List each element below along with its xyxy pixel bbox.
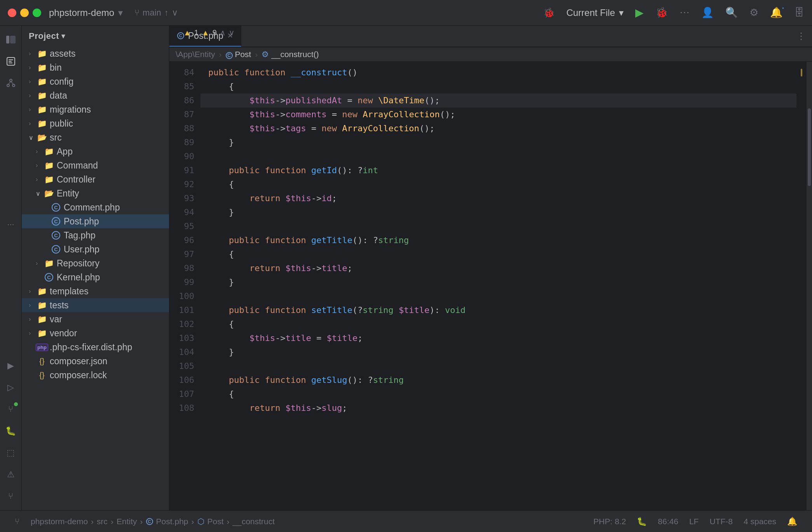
debug-icon2[interactable]: 🐞	[655, 7, 668, 19]
plugins-icon[interactable]: ▶	[3, 358, 19, 374]
sidebar-item-tests[interactable]: › 📁 tests	[22, 298, 169, 312]
structure-icon[interactable]	[3, 75, 19, 91]
debug-toolbar-icon[interactable]: 🐛	[3, 423, 19, 439]
status-indent-value: 4 spaces	[744, 517, 776, 526]
scrollbar-thumb[interactable]	[808, 108, 811, 186]
sidebar-item-php-cs-fixer[interactable]: php .php-cs-fixer.dist.php	[22, 340, 169, 354]
git-icon[interactable]: ⑂	[3, 489, 19, 504]
nav-up-icon[interactable]: ∧	[220, 28, 226, 37]
warning-count: 9	[213, 28, 217, 37]
status-class-icon: ⬡	[197, 517, 204, 526]
sidebar-item-tag-php[interactable]: C Tag.php	[22, 228, 169, 242]
search-icon[interactable]: 🔍	[725, 7, 738, 19]
sidebar-item-user-php[interactable]: C User.php	[22, 242, 169, 256]
status-class: Post	[207, 517, 224, 526]
code-line-105	[200, 359, 796, 373]
sidebar-item-entity[interactable]: ∨ 📂 Entity	[22, 186, 169, 200]
activity-bar: ··· ▶ ▷ ⑂ 🐛 ⬚ ⚠ ⑂	[0, 26, 22, 510]
scrollbar-track[interactable]	[807, 62, 812, 510]
sidebar-item-label: data	[50, 90, 169, 101]
breadcrumb-class-icon: C	[226, 52, 233, 59]
breadcrumb-method: ⚙ __construct()	[261, 50, 319, 59]
sidebar-item-comment-php[interactable]: C Comment.php	[22, 200, 169, 214]
tab-post-php[interactable]: C Post.php ✕ ▲ 1 ▲ 9 ∧ ∨	[169, 26, 241, 47]
status-indent[interactable]: 4 spaces	[738, 517, 782, 526]
minimize-button[interactable]	[20, 9, 29, 17]
status-sep5: ›	[227, 517, 230, 526]
sidebar-item-composer-json[interactable]: {} composer.json	[22, 354, 169, 368]
title-bar: phpstorm-demo ▾ ⑂ main ↑ ∨ 🐞 Current Fil…	[0, 0, 812, 26]
code-line-103: $this->title = $title;	[200, 331, 796, 345]
database-icon[interactable]: 🗄	[794, 7, 804, 19]
code-warnings	[796, 62, 807, 510]
vcs-icon[interactable]: ⑂	[3, 402, 19, 417]
git-branch-icon: ⑂	[134, 8, 139, 18]
status-line-ending[interactable]: LF	[684, 517, 704, 526]
sidebar-item-repository[interactable]: › 📁 Repository	[22, 256, 169, 270]
status-debug-icon[interactable]: 🐛	[631, 517, 652, 526]
sidebar-item-kernel-php[interactable]: C Kernel.php	[22, 270, 169, 284]
sidebar-item-vendor[interactable]: › 📁 vendor	[22, 326, 169, 340]
sidebar-item-migrations[interactable]: › 📁 migrations	[22, 103, 169, 116]
notifications-icon[interactable]: 🔔•	[770, 7, 782, 19]
run-icon[interactable]: ▶	[635, 6, 644, 19]
branch-name: main	[143, 8, 161, 18]
close-button[interactable]	[8, 9, 16, 17]
status-breadcrumb[interactable]: phpstorm-demo › src › Entity › C Post.ph…	[25, 517, 280, 526]
sidebar-item-label: tests	[50, 300, 169, 311]
problems-icon[interactable]: ⚠	[3, 467, 19, 482]
sidebar-item-label: Comment.php	[64, 202, 169, 213]
status-encoding[interactable]: UTF-8	[704, 517, 738, 526]
more-tools-icon[interactable]: ···	[3, 217, 19, 232]
sidebar-item-data[interactable]: › 📁 data	[22, 89, 169, 103]
sidebar-item-bin[interactable]: › 📁 bin	[22, 61, 169, 75]
line-num: 108	[169, 401, 194, 415]
code-line-86: $this->publishedAt = new \DateTime();	[200, 94, 796, 108]
maximize-button[interactable]	[33, 9, 41, 17]
project-icon[interactable]	[3, 54, 19, 69]
sidebar-item-post-php[interactable]: C Post.php	[22, 214, 169, 228]
sidebar-item-assets[interactable]: › 📁 assets	[22, 47, 169, 61]
status-vcs[interactable]: ⑂	[9, 517, 25, 526]
more-icon[interactable]: ⋯	[680, 7, 690, 19]
status-notifications[interactable]: 🔔	[782, 517, 803, 526]
sidebar: Project ▾ › 📁 assets › 📁 bin › 📁 config	[22, 26, 169, 510]
run-configs-icon[interactable]: ▷	[3, 380, 19, 395]
file-tree: › 📁 assets › 📁 bin › 📁 config › 📁 data	[22, 47, 169, 510]
sidebar-item-config[interactable]: › 📁 config	[22, 75, 169, 89]
code-line-102: {	[200, 317, 796, 331]
code-line-87: $this->comments = new ArrayCollection();	[200, 108, 796, 122]
sidebar-item-templates[interactable]: › 📁 templates	[22, 284, 169, 298]
folder-icon: 📁	[37, 76, 47, 87]
sidebar-header[interactable]: Project ▾	[22, 26, 169, 47]
sidebar-toggle-icon[interactable]	[3, 32, 19, 47]
chevron-down-icon: ▾	[118, 7, 123, 18]
error-count: 1	[194, 28, 199, 37]
sidebar-item-controller[interactable]: › 📁 Controller	[22, 172, 169, 186]
profile-icon[interactable]: 👤	[701, 7, 714, 19]
branch-info[interactable]: ⑂ main ↑ ∨	[134, 8, 178, 18]
tab-more-button[interactable]: ⋮	[790, 26, 812, 47]
code-content[interactable]: public function __construct() { $this->p…	[200, 62, 796, 510]
folder-open-icon: 📂	[37, 132, 47, 143]
sidebar-item-var[interactable]: › 📁 var	[22, 312, 169, 326]
sidebar-item-label: Entity	[57, 188, 169, 199]
status-php[interactable]: PHP: 8.2	[588, 517, 631, 526]
sidebar-item-public[interactable]: › 📁 public	[22, 116, 169, 130]
sidebar-item-composer-lock[interactable]: {} composer.lock	[22, 368, 169, 382]
code-line-108: return $this->slug;	[200, 401, 796, 415]
status-position[interactable]: 86:46	[652, 517, 684, 526]
code-line-100	[200, 289, 796, 303]
settings-icon[interactable]: ⚙	[749, 7, 758, 19]
sidebar-item-app[interactable]: › 📁 App	[22, 144, 169, 158]
project-title[interactable]: phpstorm-demo ▾	[49, 7, 123, 18]
nav-down-icon[interactable]: ∨	[229, 28, 235, 37]
current-file-btn[interactable]: Current File ▾	[566, 7, 624, 18]
code-editor[interactable]: 84 85 86 87 88 89 90 91 92 93 94 95 96 9…	[169, 62, 812, 510]
terminal-icon[interactable]: ⬚	[3, 445, 19, 461]
sidebar-item-command[interactable]: › 📁 Command	[22, 158, 169, 172]
php-c-icon: C	[51, 244, 61, 255]
sidebar-item-src[interactable]: ∨ 📂 src	[22, 130, 169, 144]
line-num: 105	[169, 359, 194, 373]
traffic-lights	[8, 9, 41, 17]
